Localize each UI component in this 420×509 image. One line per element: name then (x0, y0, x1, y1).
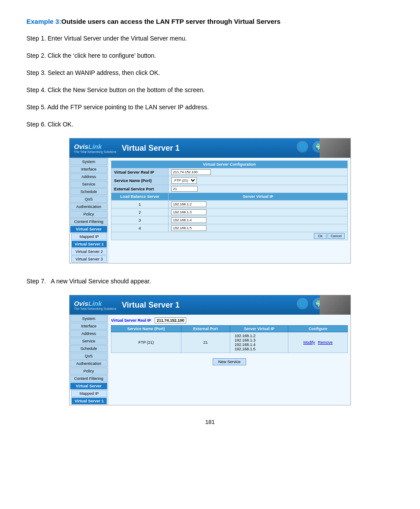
server-ip-section-label-1: Server Virtual IP (169, 193, 348, 201)
real-ip-input-1[interactable] (171, 169, 211, 175)
router-body-1: System Interface Address Service Schedul… (70, 158, 350, 263)
example-heading: Example 3:Outside users can access the L… (26, 18, 394, 25)
config-table-1: Virtual Server Configuration Virtual Ser… (111, 160, 348, 240)
sidebar-vs3-1[interactable]: Virtual Server 3 (71, 256, 107, 263)
server-ip-input-1[interactable] (171, 201, 206, 207)
router-screenshot-2: OvisLink The Total Networking Solutions … (69, 295, 351, 405)
tagline-1: The Total Networking Solutions (74, 150, 116, 153)
ok-button-1[interactable]: Ok (314, 233, 326, 239)
link-text-2: Link (88, 300, 102, 307)
step-2: Step 2. Click the ‘click here to configu… (26, 51, 394, 60)
col-configure: Configure (288, 326, 348, 332)
sidebar-content-filtering-2[interactable]: Content Filtering (70, 375, 107, 382)
step-3: Step 3. Select an WANIP address, then cl… (26, 68, 394, 78)
sidebar-vs1-1[interactable]: Virtual Server 1 (71, 241, 107, 248)
router-title-2: Virtual Server 1 (122, 301, 180, 310)
sidebar-schedule-2[interactable]: Schedule (70, 345, 107, 352)
sidebar-interface-1[interactable]: Interface (70, 166, 107, 173)
service-name-cell-1: FTP (21) (169, 176, 348, 185)
ovis-text-1: Ovis (74, 143, 88, 150)
header-photo-2 (320, 295, 350, 315)
sidebar-mapped-ip-1[interactable]: Mapped IP (71, 233, 107, 240)
configure-cell: Modify Remove (288, 332, 348, 353)
real-ip-row-2: Virtual Server Real IP 211.74.152.100 (111, 317, 348, 323)
sidebar-service-2[interactable]: Service (70, 338, 107, 345)
step-4: Step 4. Click the New Service button on … (26, 85, 394, 95)
col-ext-port: External Port (181, 326, 230, 332)
real-ip-value-1 (169, 168, 348, 176)
server-ip-cell-3 (169, 216, 348, 224)
step-6: Step 6. Click OK. (26, 120, 394, 129)
ext-port-label-1: External Service Port (111, 185, 169, 193)
server-ip-cell-4 (169, 224, 348, 232)
sidebar-service-1[interactable]: Service (70, 181, 107, 188)
cancel-button-1[interactable]: Cancel (328, 233, 345, 239)
router-title-1: Virtual Server 1 (122, 144, 180, 153)
sidebar-qos-2[interactable]: QoS (70, 353, 107, 360)
sidebar-policy-2[interactable]: Policy (70, 368, 107, 375)
link-text-1: Link (88, 143, 102, 150)
col-server-ip: Server Virtual IP (230, 326, 288, 332)
server-ip-input-4[interactable] (171, 225, 206, 231)
sidebar-authentication-1[interactable]: Authentication (70, 203, 107, 210)
sidebar-qos-1[interactable]: QoS (70, 196, 107, 203)
sidebar-mapped-ip-2[interactable]: Mapped IP (71, 390, 107, 397)
new-service-row: New Service (111, 356, 348, 365)
real-ip-label-1: Virtual Server Real IP (111, 168, 169, 176)
router-body-2: System Interface Address Service Schedul… (70, 315, 350, 405)
globe-icon-3: 🌐 (297, 298, 308, 309)
main-content-2: Virtual Server Real IP 211.74.152.100 Se… (108, 315, 350, 405)
sidebar-interface-2[interactable]: Interface (70, 323, 107, 330)
router-header-1: OvisLink The Total Networking Solutions … (70, 138, 350, 158)
sidebar-vs2-1[interactable]: Virtual Server 2 (71, 248, 107, 255)
ext-port-cell-1 (169, 185, 348, 193)
ext-port-input-1[interactable] (171, 186, 198, 192)
new-service-button[interactable]: New Service (213, 358, 247, 365)
server-ip-cell-1 (169, 201, 348, 208)
server-ip-input-2[interactable] (171, 209, 206, 215)
page-number: 181 (26, 419, 394, 425)
server-id-2: 2 (111, 208, 169, 216)
sidebar-authentication-2[interactable]: Authentication (70, 360, 107, 367)
server-id-1: 1 (111, 201, 169, 208)
sidebar-2: System Interface Address Service Schedul… (70, 315, 108, 405)
server-ip-cell-2 (169, 208, 348, 216)
sidebar-virtual-server-2[interactable]: Virtual Server (70, 383, 107, 390)
sidebar-content-filtering-1[interactable]: Content Filtering (70, 218, 107, 225)
btn-row-1: Ok Cancel (111, 232, 348, 240)
section-title-1: Virtual Server Configuration (111, 161, 348, 168)
real-ip-value-2: 211.74.152.100 (155, 317, 187, 323)
service-name-select-1[interactable]: FTP (21) (171, 177, 197, 184)
brand-2: OvisLink (74, 300, 102, 307)
modify-link[interactable]: Modify (303, 340, 315, 345)
sidebar-virtual-server-1[interactable]: Virtual Server (70, 226, 107, 233)
remove-link[interactable]: Remove (318, 340, 333, 345)
service-ftp-ips: 192.168.1.2192.168.1.3192.168.1.4192.168… (230, 332, 288, 353)
sidebar-address-2[interactable]: Address (70, 330, 107, 337)
service-row-ftp: FTP (21) 21 192.168.1.2192.168.1.3192.16… (111, 332, 348, 353)
server-id-3: 3 (111, 216, 169, 224)
heading-title: Outside users can access the LAN FTP ser… (61, 18, 280, 25)
sidebar-system-2[interactable]: System (70, 315, 107, 322)
lb-section-label-1: Load Balance Server (111, 193, 169, 201)
sidebar-address-1[interactable]: Address (70, 173, 107, 180)
sidebar-vs1-2[interactable]: Virtual Server 1 (71, 398, 107, 405)
step-5: Step 5. Add the FTP service pointing to … (26, 103, 394, 112)
main-content-1: Virtual Server Configuration Virtual Ser… (108, 158, 350, 263)
step-7: Step 7. A new Virtual Service should app… (26, 277, 394, 286)
service-ftp-name: FTP (21) (111, 332, 181, 353)
sidebar-schedule-1[interactable]: Schedule (70, 188, 107, 195)
example-label: Example 3: (26, 18, 61, 25)
sidebar-system-1[interactable]: System (70, 158, 107, 165)
server-ip-input-3[interactable] (171, 217, 206, 223)
col-service-name: Service Name (Port) (111, 326, 181, 332)
tagline-2: The Total Networking Solutions (74, 307, 116, 310)
sidebar-policy-1[interactable]: Policy (70, 211, 107, 218)
services-table-2: Service Name (Port) External Port Server… (111, 325, 348, 353)
router-logo-2: OvisLink The Total Networking Solutions (74, 300, 116, 310)
ovis-text-2: Ovis (74, 300, 88, 307)
steps-container: Step 1. Enter Virtual Server under the V… (26, 34, 394, 129)
brand-1: OvisLink (74, 143, 102, 150)
router-screenshot-1: OvisLink The Total Networking Solutions … (69, 138, 351, 264)
router-header-2: OvisLink The Total Networking Solutions … (70, 295, 350, 315)
